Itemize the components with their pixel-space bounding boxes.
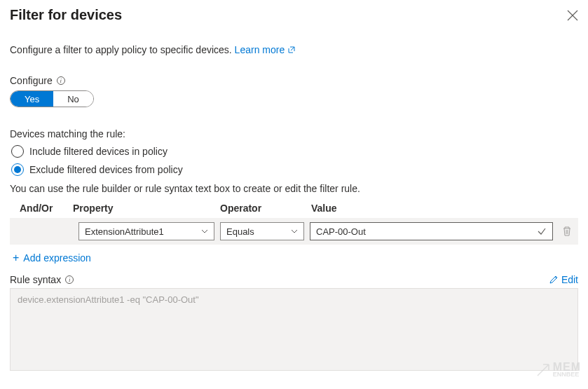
radio-exclude[interactable]: Exclude filtered devices from policy (11, 163, 578, 176)
chevron-down-icon (201, 228, 208, 235)
rule-columns-header: And/Or Property Operator Value (10, 200, 578, 218)
page-title: Filter for devices (10, 7, 122, 23)
col-property: Property (73, 203, 220, 214)
radio-exclude-label: Exclude filtered devices from policy (29, 164, 183, 175)
add-expression-button[interactable]: + Add expression (13, 252, 578, 264)
learn-more-link[interactable]: Learn more (235, 44, 296, 55)
plus-icon: + (13, 252, 19, 264)
radio-icon (11, 163, 24, 176)
rule-syntax-label: Rule syntax i (10, 274, 74, 285)
intro-text: Configure a filter to apply policy to sp… (10, 44, 578, 55)
pencil-icon (549, 275, 559, 285)
close-icon[interactable] (567, 10, 578, 21)
col-andor: And/Or (10, 203, 73, 214)
configure-yes[interactable]: Yes (11, 91, 53, 107)
external-link-icon (287, 46, 296, 54)
builder-hint: You can use the rule builder or rule syn… (10, 183, 578, 194)
value-input[interactable]: CAP-00-Out (310, 222, 553, 240)
radio-icon (11, 145, 24, 158)
info-icon[interactable]: i (57, 76, 65, 85)
matching-label: Devices matching the rule: (10, 128, 578, 139)
radio-include-label: Include filtered devices in policy (29, 146, 167, 157)
col-value: Value (311, 203, 578, 214)
edit-syntax-button[interactable]: Edit (549, 274, 578, 285)
rule-syntax-textarea[interactable] (10, 288, 578, 371)
radio-include[interactable]: Include filtered devices in policy (11, 145, 578, 158)
chevron-down-icon (291, 228, 298, 235)
intro-static: Configure a filter to apply policy to sp… (10, 44, 235, 55)
property-dropdown[interactable]: ExtensionAttribute1 (78, 222, 214, 240)
delete-icon[interactable] (561, 226, 573, 237)
check-icon (537, 226, 547, 236)
operator-dropdown[interactable]: Equals (220, 222, 304, 240)
configure-no[interactable]: No (53, 91, 93, 107)
configure-label: Configure i (10, 75, 578, 86)
info-icon[interactable]: i (65, 275, 74, 284)
configure-toggle[interactable]: Yes No (10, 90, 94, 107)
col-operator: Operator (220, 203, 311, 214)
rule-row: ExtensionAttribute1 Equals CAP-00-Out (10, 218, 578, 245)
